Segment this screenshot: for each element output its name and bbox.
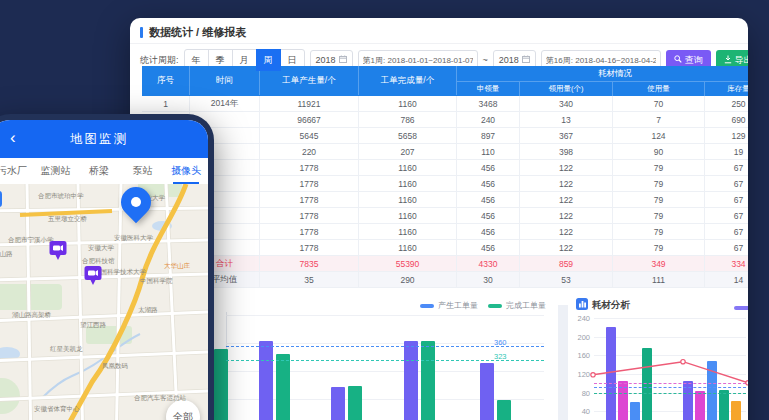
table-cell: 14 bbox=[705, 272, 748, 288]
map-label: 太湖路 bbox=[138, 306, 158, 315]
table-cell: 340 bbox=[520, 96, 613, 112]
table-cell: 3468 bbox=[457, 96, 520, 112]
table-cell: 122 bbox=[520, 160, 613, 176]
search-icon bbox=[674, 55, 682, 65]
table-row: 177811604561227967 bbox=[142, 160, 748, 176]
table-body: 12014年1192111603468340702509666778624013… bbox=[142, 96, 748, 288]
table-cell: 207 bbox=[359, 144, 457, 160]
bar-完成工单量-group5[interactable] bbox=[497, 400, 511, 420]
table-row: 177811604561227967 bbox=[142, 240, 748, 256]
map-label: 安徽省体育中心 bbox=[34, 405, 80, 414]
legend-item-generated[interactable]: 产生工单量 bbox=[420, 300, 478, 311]
table-cell: 122 bbox=[520, 240, 613, 256]
table-cell: 1778 bbox=[260, 240, 359, 256]
table-cell: 67 bbox=[705, 240, 748, 256]
table-row: 96667786240137690 bbox=[142, 112, 748, 128]
phone-page-title: 地图监测 bbox=[70, 131, 128, 148]
table-cell: 1160 bbox=[359, 192, 457, 208]
table-cell: 7 bbox=[613, 112, 705, 128]
table-cell: 1778 bbox=[260, 176, 359, 192]
bar-产生工单量-group5[interactable] bbox=[480, 363, 494, 420]
table-cell: 122 bbox=[520, 192, 613, 208]
table-cell: 79 bbox=[613, 240, 705, 256]
column-header: 序号 bbox=[142, 66, 190, 95]
tab-污水厂[interactable]: 污水厂 bbox=[0, 158, 34, 184]
start-year-value: 2018 bbox=[316, 55, 336, 65]
table-cell: 4330 bbox=[457, 256, 520, 272]
tab-泵站[interactable]: 泵站 bbox=[121, 158, 165, 184]
table-cell: 456 bbox=[457, 160, 520, 176]
table-cell: 456 bbox=[457, 192, 520, 208]
bar-完成工单量-group3[interactable] bbox=[348, 386, 362, 420]
table-row: 177811604561227967 bbox=[142, 192, 748, 208]
legend-swatch bbox=[488, 304, 502, 308]
table-row: 12014年119211160346834070250 bbox=[142, 96, 748, 112]
sub-column-header: 库存量 bbox=[705, 82, 748, 96]
table-cell: 1778 bbox=[260, 160, 359, 176]
bar-产生工单量-group3[interactable] bbox=[331, 387, 345, 420]
tab-摄像头[interactable]: 摄像头 bbox=[164, 158, 208, 184]
table-cell: 398 bbox=[520, 144, 613, 160]
legend-swatch bbox=[420, 304, 434, 308]
table-header: 序号时间工单产生量/个工单完成量/个耗材情况申领量领用量(个)使用量库存量 bbox=[142, 66, 748, 96]
table-cell: 240 bbox=[457, 112, 520, 128]
bar-完成工单量-group4[interactable] bbox=[421, 341, 435, 420]
table-cell: 7835 bbox=[260, 256, 359, 272]
bar-完成工单量-group2[interactable] bbox=[276, 354, 290, 420]
table-cell: 90 bbox=[613, 144, 705, 160]
bar-产生工单量-group2[interactable] bbox=[259, 341, 273, 420]
bar-产生工单量-group4[interactable] bbox=[404, 341, 418, 420]
table-cell: 1160 bbox=[359, 240, 457, 256]
header-divider bbox=[130, 43, 748, 44]
legend-item-completed[interactable]: 完成工单量 bbox=[488, 300, 546, 311]
table-cell: 1160 bbox=[359, 208, 457, 224]
tab-桥梁[interactable]: 桥梁 bbox=[77, 158, 121, 184]
table-cell: 67 bbox=[705, 192, 748, 208]
table-row: 177811604561227967 bbox=[142, 224, 748, 240]
map-label: 五里墩立交桥 bbox=[48, 215, 87, 224]
map-label: 安徽大学 bbox=[88, 244, 114, 253]
period-option-周[interactable]: 周 bbox=[256, 49, 281, 71]
table-cell: 19 bbox=[705, 144, 748, 160]
table-cell: 79 bbox=[613, 192, 705, 208]
table-cell: 456 bbox=[457, 176, 520, 192]
table-cell: 1778 bbox=[260, 208, 359, 224]
gridline bbox=[226, 371, 544, 372]
camera-marker-icon[interactable] bbox=[84, 265, 102, 287]
map-panel-expander[interactable]: › bbox=[0, 191, 2, 207]
table-cell: 786 bbox=[359, 112, 457, 128]
total-row: 合计7835553904330859349334 bbox=[142, 256, 748, 272]
table-cell: 13 bbox=[520, 112, 613, 128]
map-label: 红星美凯龙 bbox=[50, 345, 83, 354]
table-row: 177811604561227967 bbox=[142, 208, 748, 224]
map-label: 黄山路 bbox=[0, 250, 13, 259]
table-cell: 859 bbox=[520, 256, 613, 272]
tab-监测站[interactable]: 监测站 bbox=[34, 158, 78, 184]
table-cell: 79 bbox=[613, 224, 705, 240]
table-cell: 67 bbox=[705, 176, 748, 192]
table-cell: 367 bbox=[520, 128, 613, 144]
table-cell: 53 bbox=[520, 272, 613, 288]
sub-column-header: 领用量(个) bbox=[520, 82, 613, 96]
camera-marker-icon[interactable] bbox=[49, 240, 67, 262]
table-cell: 96667 bbox=[260, 112, 359, 128]
table-cell: 67 bbox=[705, 160, 748, 176]
table-cell: 1160 bbox=[359, 224, 457, 240]
table-cell: 111 bbox=[613, 272, 705, 288]
map-view[interactable]: › 全部 合肥市琥珀中学安徽农业大学五里墩立交桥合肥市宁溪小学黄山路安徽医科大学… bbox=[0, 184, 208, 420]
table-cell: 690 bbox=[705, 112, 748, 128]
range-separator: ~ bbox=[483, 55, 488, 65]
breadcrumb: 数据统计 / 维修报表 bbox=[140, 25, 246, 39]
report-window: 数据统计 / 维修报表 统计周期: 年季月周日 2018 ~ 2018 查询 bbox=[130, 18, 748, 420]
phone-device: ‹ 地图监测 污水厂监测站桥梁泵站摄像头 bbox=[0, 114, 214, 420]
download-icon bbox=[724, 55, 732, 66]
column-group-consumables: 耗材情况申领量领用量(个)使用量库存量 bbox=[457, 66, 748, 96]
average-row: 平均值35290305311114 bbox=[142, 272, 748, 288]
map-label: 合肥市宁溪小学 bbox=[8, 236, 54, 245]
map-label: 中国科学院 bbox=[140, 277, 173, 286]
table-cell: 67 bbox=[705, 224, 748, 240]
back-chevron-icon[interactable]: ‹ bbox=[10, 128, 16, 148]
calendar-icon bbox=[339, 55, 347, 65]
map-label: 湖山路高架桥 bbox=[12, 311, 51, 320]
reference-label-360: 360 bbox=[494, 338, 507, 347]
